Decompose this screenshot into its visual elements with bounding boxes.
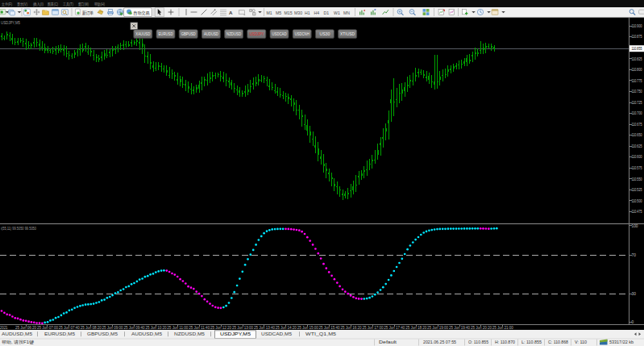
svg-text:100: 100 — [632, 224, 638, 228]
svg-text:110.750: 110.750 — [632, 90, 642, 94]
svg-text:25 Jun 09:00: 25 Jun 09:00 — [102, 326, 123, 330]
svg-text:25 Jun 07:00: 25 Jun 07:00 — [37, 326, 58, 330]
svg-text:25 Jun 11:00: 25 Jun 11:00 — [167, 326, 188, 330]
svg-text:30: 30 — [632, 292, 637, 296]
svg-text:25 Jun 20:20: 25 Jun 20:20 — [471, 326, 492, 330]
svg-text:110.650: 110.650 — [632, 133, 642, 137]
svg-text:W1: W1 — [334, 10, 340, 15]
svg-text:25 Jun 06:20: 25 Jun 06:20 — [15, 326, 36, 330]
svg-text:工具(T): 工具(T) — [63, 2, 73, 6]
svg-text:H4: H4 — [314, 10, 320, 15]
svg-text:i(55,11) 99.5050 99.5050: i(55,11) 99.5050 99.5050 — [1, 227, 36, 231]
svg-text:NZDUSD,M5: NZDUSD,M5 — [174, 331, 205, 336]
svg-text:USDCAD,M5: USDCAD,M5 — [261, 331, 292, 336]
svg-text:O: 110.855: O: 110.855 — [468, 340, 488, 344]
svg-text:D1: D1 — [324, 10, 330, 15]
svg-text:帮助, 请按F1键: 帮助, 请按F1键 — [2, 340, 35, 345]
svg-text:L: 110.855: L: 110.855 — [521, 340, 542, 344]
svg-text:XAUUSD: XAUUSD — [135, 31, 150, 36]
svg-text:25 Jun 07:40: 25 Jun 07:40 — [59, 326, 80, 330]
svg-text:25 Jun 17:40: 25 Jun 17:40 — [384, 326, 405, 330]
svg-text:110.875: 110.875 — [632, 35, 642, 39]
svg-text:插入(I): 插入(I) — [33, 2, 44, 7]
svg-text:帮助(H): 帮助(H) — [94, 2, 105, 7]
svg-text:25 Jun 18:20: 25 Jun 18:20 — [405, 326, 426, 330]
svg-text:25 Jun 11:40: 25 Jun 11:40 — [189, 326, 210, 330]
svg-text:图表(C): 图表(C) — [48, 2, 58, 6]
svg-text:25 Jun 19:00: 25 Jun 19:00 — [427, 326, 448, 330]
svg-text:110.550: 110.550 — [632, 177, 642, 181]
svg-text:自动交易: 自动交易 — [134, 10, 150, 16]
svg-text:25 Jun 09:40: 25 Jun 09:40 — [124, 326, 145, 330]
svg-text:110.475: 110.475 — [632, 210, 642, 214]
svg-text:USDJPY,M5: USDJPY,M5 — [1, 20, 20, 25]
svg-text:文件(F): 文件(F) — [2, 2, 12, 6]
svg-text:25 Jun 15:40: 25 Jun 15:40 — [319, 326, 340, 330]
svg-text:M15: M15 — [285, 10, 293, 15]
svg-text:25 Jun 08:20: 25 Jun 08:20 — [81, 326, 102, 330]
svg-text:C: 110.868: C: 110.868 — [548, 340, 568, 344]
svg-text:0: 0 — [632, 320, 634, 324]
svg-text:25 Jun 12:20: 25 Jun 12:20 — [210, 326, 231, 330]
svg-text:MN: MN — [343, 10, 350, 15]
svg-text:110.855: 110.855 — [632, 47, 642, 51]
svg-text:25 Jun 14:20: 25 Jun 14:20 — [276, 326, 297, 330]
svg-text:25 Jun 10:20: 25 Jun 10:20 — [145, 326, 166, 330]
svg-text:25 Jun 19:40: 25 Jun 19:40 — [449, 326, 470, 330]
svg-text:EURUSD,M5: EURUSD,M5 — [44, 331, 75, 336]
svg-text:110.575: 110.575 — [632, 166, 642, 170]
svg-text:Default: Default — [379, 340, 397, 344]
svg-text:110.700: 110.700 — [632, 111, 642, 115]
svg-text:110.600: 110.600 — [632, 155, 642, 159]
svg-text:EURUSD: EURUSD — [159, 31, 173, 36]
svg-text:A: A — [229, 10, 233, 15]
svg-text:USDJPY: USDJPY — [249, 31, 264, 36]
svg-text:2021.06.25 07:55: 2021.06.25 07:55 — [423, 340, 456, 344]
svg-text:25 Jun 13:40: 25 Jun 13:40 — [254, 326, 275, 330]
svg-text:WTI_Q1,M5: WTI_Q1,M5 — [305, 331, 336, 336]
svg-text:110.900: 110.900 — [632, 24, 642, 28]
svg-text:H1: H1 — [305, 10, 310, 15]
svg-text:AUDUSD,M5: AUDUSD,M5 — [2, 331, 32, 336]
svg-text:25 Jun 2021: 25 Jun 2021 — [0, 326, 8, 330]
svg-text:新订单: 新订单 — [82, 10, 93, 15]
svg-text:25 Jun 16:20: 25 Jun 16:20 — [341, 326, 362, 330]
svg-text:110.800: 110.800 — [632, 68, 642, 72]
svg-text:110.825: 110.825 — [632, 57, 642, 61]
svg-text:窗口(W): 窗口(W) — [78, 2, 89, 7]
svg-text:M30: M30 — [294, 10, 302, 15]
svg-text:XTIUSD: XTIUSD — [340, 31, 355, 36]
svg-text:110.500: 110.500 — [632, 199, 642, 203]
svg-text:V: 110: V: 110 — [575, 340, 587, 344]
svg-text:25 Jun 21:00: 25 Jun 21:00 — [492, 326, 513, 330]
svg-text:53317/22 kb: 53317/22 kb — [609, 340, 634, 344]
svg-text:M1: M1 — [267, 10, 272, 15]
svg-text:110.675: 110.675 — [632, 123, 642, 127]
svg-text:显示(V): 显示(V) — [17, 2, 27, 6]
svg-text:USDCAD: USDCAD — [272, 31, 287, 36]
svg-text:70: 70 — [632, 253, 637, 257]
svg-text:AUDUSD: AUDUSD — [204, 31, 218, 36]
svg-text:M5: M5 — [276, 10, 281, 15]
svg-text:USDJPY,M5: USDJPY,M5 — [220, 331, 251, 336]
svg-text:GBPUSD,M5: GBPUSD,M5 — [87, 331, 118, 336]
svg-text:110.775: 110.775 — [632, 79, 642, 83]
svg-text:NZDUSD: NZDUSD — [226, 31, 241, 36]
svg-text:110.725: 110.725 — [632, 101, 642, 105]
svg-text:US30: US30 — [319, 31, 330, 36]
svg-text:25 Jun 13:00: 25 Jun 13:00 — [232, 326, 253, 330]
svg-text:110.525: 110.525 — [632, 188, 642, 192]
svg-text:110.625: 110.625 — [632, 144, 642, 148]
svg-text:25 Jun 15:00: 25 Jun 15:00 — [297, 326, 318, 330]
svg-text:AUDUSD,M5: AUDUSD,M5 — [131, 331, 162, 336]
svg-text:25 Jun 17:00: 25 Jun 17:00 — [362, 326, 383, 330]
svg-text:GBPUSD: GBPUSD — [181, 31, 196, 36]
svg-text:USDCNH: USDCNH — [295, 31, 310, 36]
svg-text:H: 110.870: H: 110.870 — [495, 340, 515, 344]
